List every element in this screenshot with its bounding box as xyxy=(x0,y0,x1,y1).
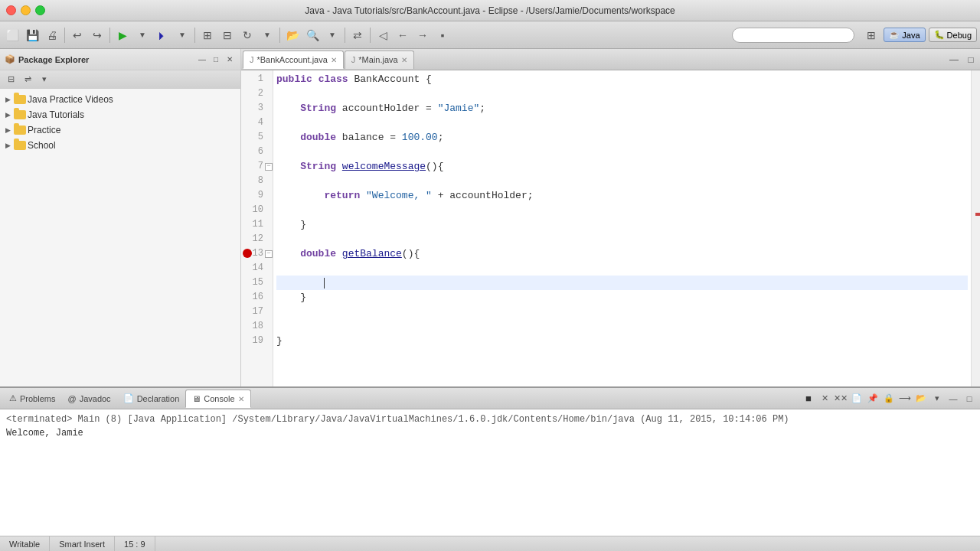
writable-label: Writable xyxy=(9,540,40,549)
debug-perspective[interactable]: 🐛 Debug xyxy=(929,28,977,42)
tab-javadoc[interactable]: @ Javadoc xyxy=(61,390,116,408)
search-input[interactable] xyxy=(732,28,854,43)
console-more[interactable]: ▾ xyxy=(929,391,945,406)
collapse-7[interactable]: − xyxy=(265,163,273,171)
sync-button[interactable]: ⇄ xyxy=(348,26,367,44)
save-button[interactable]: 💾 xyxy=(23,26,41,44)
code-editor[interactable]: 1 2 3 4 5 6 7− 8 9 10 11 12 13− xyxy=(241,70,980,386)
sidebar-minimize[interactable]: — xyxy=(196,54,208,66)
sidebar-close[interactable]: ✕ xyxy=(224,54,236,66)
problems-icon: ⚠ xyxy=(9,393,17,403)
minimize-button[interactable] xyxy=(21,5,31,15)
sep1 xyxy=(64,28,65,43)
run-button[interactable]: ▶ xyxy=(113,26,132,44)
tab-console[interactable]: 🖥 Console ✕ xyxy=(185,390,250,408)
new-button[interactable]: ⬜ xyxy=(3,26,21,44)
line-2: 2 xyxy=(241,86,268,101)
tree-item-java-tutorials[interactable]: ▶ Java Tutorials xyxy=(0,107,240,122)
perspectives-icon[interactable]: ⊞ xyxy=(862,26,880,44)
refresh-dropdown[interactable]: ▼ xyxy=(258,26,276,44)
tab-problems[interactable]: ⚠ Problems xyxy=(3,390,61,408)
tree-label: Practice xyxy=(28,125,60,135)
writable-status: Writable xyxy=(0,536,50,551)
perspective-area: ⊞ ☕ Java 🐛 Debug xyxy=(862,26,977,44)
open-button[interactable]: 📂 xyxy=(283,26,302,44)
tab-declaration[interactable]: 📄 Declaration xyxy=(117,390,186,408)
close-button[interactable] xyxy=(6,5,16,15)
pin-btn[interactable]: 📌 xyxy=(865,391,880,406)
file-icon: J xyxy=(351,55,356,64)
code-line-15 xyxy=(276,276,968,290)
undo-button[interactable]: ↩ xyxy=(68,26,87,44)
code-line-12 xyxy=(276,232,968,246)
code-content[interactable]: public class BankAccount { String accoun… xyxy=(273,70,971,386)
sidebar-toolbar: ⊟ ⇌ ▾ xyxy=(0,70,240,89)
tree-item-practice[interactable]: ▶ Practice xyxy=(0,122,240,138)
tab-bankaccount[interactable]: J *BankAccount.java ✕ xyxy=(243,51,344,69)
link-editor-btn[interactable]: ⇌ xyxy=(20,73,35,86)
console-close[interactable]: ✕ xyxy=(238,395,244,403)
word-wrap-btn[interactable]: ⟶ xyxy=(897,391,913,406)
toggle-button[interactable]: ⊟ xyxy=(218,26,237,44)
folder-icon xyxy=(14,109,26,121)
console-max[interactable]: □ xyxy=(962,391,977,406)
search-dropdown[interactable]: ▼ xyxy=(323,26,341,44)
terminal-button[interactable]: ▪ xyxy=(433,26,452,44)
minimize-editor[interactable]: — xyxy=(946,52,962,67)
line-14: 14 xyxy=(241,261,268,276)
new-console-btn[interactable]: 📄 xyxy=(849,391,864,406)
folder-icon xyxy=(14,124,26,136)
output-line: Welcome, Jamie xyxy=(6,426,974,440)
sep5 xyxy=(345,28,345,43)
maximize-editor[interactable]: □ xyxy=(963,52,978,67)
tree-item-java-practice[interactable]: ▶ Java Practice Videos xyxy=(0,92,240,107)
collapse-13[interactable]: − xyxy=(265,250,273,258)
code-line-14 xyxy=(276,261,968,276)
redo-button[interactable]: ↪ xyxy=(88,26,106,44)
package-explorer-icon: 📦 xyxy=(5,54,15,64)
line-numbers: 1 2 3 4 5 6 7− 8 9 10 11 12 13− xyxy=(241,70,273,386)
sidebar-menu-btn[interactable]: ▾ xyxy=(37,73,52,86)
tab-close-main[interactable]: ✕ xyxy=(401,56,407,64)
refresh-button[interactable]: ↻ xyxy=(238,26,256,44)
stop-btn[interactable]: ■ xyxy=(801,391,816,406)
debug-button[interactable]: ⏵ xyxy=(153,26,172,44)
content-area: 📦 Package Explorer — □ ✕ ⊟ ⇌ ▾ ▶ xyxy=(0,49,980,386)
sidebar-controls: — □ ✕ xyxy=(196,54,236,66)
folder-icon xyxy=(14,93,26,106)
search-button[interactable]: 🔍 xyxy=(303,26,322,44)
insert-mode-label: Smart Insert xyxy=(59,540,105,549)
organize-button[interactable]: ⊞ xyxy=(198,26,217,44)
open-file-btn[interactable]: 📂 xyxy=(913,391,929,406)
code-line-10 xyxy=(276,203,968,217)
code-line-18 xyxy=(276,319,968,334)
insert-mode-status: Smart Insert xyxy=(50,536,115,551)
remove-all-btn[interactable]: ✕✕ xyxy=(833,391,848,406)
maximize-button[interactable] xyxy=(35,5,45,15)
debug-icon: 🐛 xyxy=(934,30,945,40)
main-area: 📦 Package Explorer — □ ✕ ⊟ ⇌ ▾ ▶ xyxy=(0,49,980,536)
tree-item-school[interactable]: ▶ School xyxy=(0,138,240,153)
java-perspective[interactable]: ☕ Java xyxy=(884,28,925,42)
console-controls: ■ ✕ ✕✕ 📄 📌 🔒 ⟶ 📂 ▾ — □ xyxy=(801,391,977,406)
scroll-lock-btn[interactable]: 🔒 xyxy=(881,391,897,406)
nav-prev[interactable]: ◁ xyxy=(374,26,392,44)
run-dropdown[interactable]: ▼ xyxy=(133,26,152,44)
line-6: 6 xyxy=(241,145,268,159)
collapse-all-btn[interactable]: ⊟ xyxy=(3,73,18,86)
code-line-13: double getBalance(){ xyxy=(276,246,968,261)
nav-forward[interactable]: → xyxy=(413,26,432,44)
console-min[interactable]: — xyxy=(946,391,961,406)
editor-scrollbar[interactable] xyxy=(971,70,980,386)
line-12: 12 xyxy=(241,232,268,246)
sidebar: 📦 Package Explorer — □ ✕ ⊟ ⇌ ▾ ▶ xyxy=(0,49,241,386)
debug-dropdown[interactable]: ▼ xyxy=(173,26,191,44)
tab-main[interactable]: J *Main.java ✕ xyxy=(345,51,414,69)
sidebar-maximize[interactable]: □ xyxy=(210,54,222,66)
nav-back[interactable]: ← xyxy=(394,26,412,44)
window-controls xyxy=(6,5,45,15)
tab-close-bankaccount[interactable]: ✕ xyxy=(331,56,337,64)
print-button[interactable]: 🖨 xyxy=(43,26,61,44)
editor-tab-bar: J *BankAccount.java ✕ J *Main.java ✕ — □ xyxy=(241,49,980,70)
remove-btn[interactable]: ✕ xyxy=(817,391,832,406)
